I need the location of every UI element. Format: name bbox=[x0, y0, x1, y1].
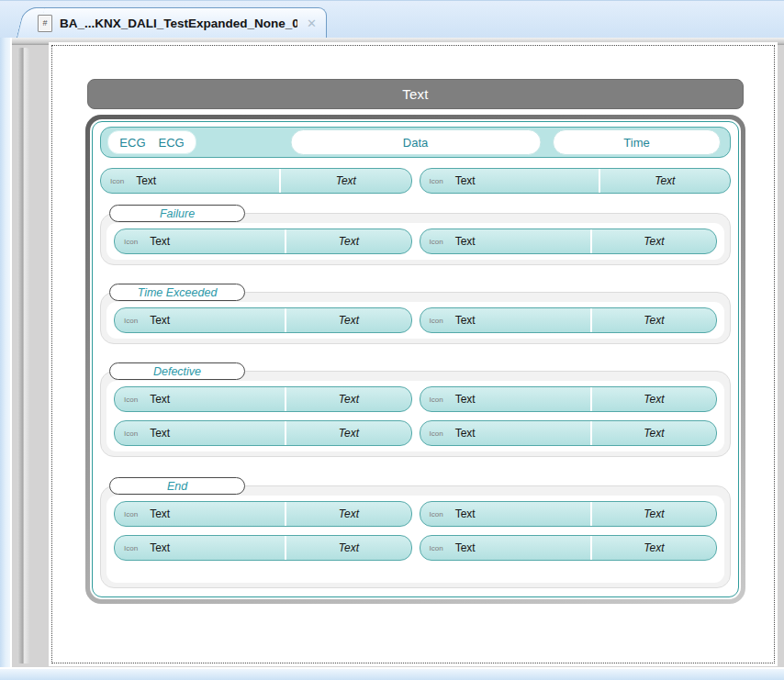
item-left-segment: Icon Text bbox=[115, 536, 285, 560]
item-right-segment: Text bbox=[285, 229, 410, 253]
status-item[interactable]: Icon Text Text bbox=[420, 168, 732, 194]
tab-title: BA_...KNX_DALI_TestExpanded_None_001 bbox=[60, 17, 297, 30]
group-defective-label[interactable]: Defective bbox=[109, 362, 245, 380]
group-failure-label[interactable]: Failure bbox=[109, 205, 245, 222]
item-left-segment: Icon Text bbox=[420, 169, 599, 193]
document-icon-glyph: # bbox=[42, 18, 47, 28]
ecg-label-2: ECG bbox=[159, 136, 185, 150]
group-time-exceeded: Time Exceeded Icon Text bbox=[100, 284, 731, 344]
main-panel-white: ECG ECG Data Time bbox=[90, 119, 741, 599]
ecg-button[interactable]: ECG ECG bbox=[107, 130, 196, 154]
item-right-segment: Text bbox=[590, 421, 716, 445]
document-icon: # bbox=[38, 15, 52, 32]
item-left-segment: Icon Text bbox=[420, 536, 590, 560]
title-bar-label: Text bbox=[402, 86, 428, 102]
item-value: Text bbox=[644, 314, 664, 327]
group-time-exceeded-title: Time Exceeded bbox=[138, 286, 218, 299]
item-left-segment: Icon Text bbox=[420, 308, 590, 332]
data-field[interactable]: Data bbox=[290, 129, 541, 155]
item-name: Text bbox=[150, 314, 170, 327]
item-name: Text bbox=[150, 541, 170, 554]
item-value: Text bbox=[644, 235, 664, 248]
group-defective-box: Icon Text Text bbox=[100, 371, 731, 457]
item-icon-label: Icon bbox=[430, 510, 443, 518]
item-right-segment: Text bbox=[599, 169, 730, 193]
status-item[interactable]: Icon Text Text bbox=[420, 307, 718, 333]
item-right-segment: Text bbox=[590, 229, 716, 253]
main-panel-content: ECG ECG Data Time bbox=[92, 121, 739, 597]
title-bar[interactable]: Text bbox=[87, 79, 744, 109]
status-item[interactable]: Icon Text Text bbox=[420, 386, 718, 412]
status-item[interactable]: Icon Text Text bbox=[420, 420, 718, 446]
group-defective-title: Defective bbox=[153, 365, 201, 378]
group-time-exceeded-label[interactable]: Time Exceeded bbox=[109, 284, 245, 301]
item-row: Icon Text Text bbox=[114, 420, 717, 446]
time-field-label: Time bbox=[623, 136, 649, 150]
item-value: Text bbox=[339, 393, 359, 406]
status-item[interactable]: Icon Text Text bbox=[114, 386, 412, 412]
item-name: Text bbox=[455, 541, 476, 554]
design-page[interactable]: Text ECG ECG Data bbox=[49, 42, 778, 666]
item-name: Text bbox=[136, 174, 156, 187]
close-icon[interactable]: ✕ bbox=[305, 17, 319, 30]
item-value: Text bbox=[339, 507, 359, 520]
item-icon-label: Icon bbox=[124, 510, 138, 518]
item-icon-label: Icon bbox=[430, 544, 443, 552]
time-field[interactable]: Time bbox=[553, 129, 721, 155]
status-item[interactable]: Icon Text Text bbox=[114, 229, 412, 254]
item-right-segment: Text bbox=[590, 387, 716, 411]
item-name: Text bbox=[455, 393, 476, 406]
item-left-segment: Icon Text bbox=[420, 229, 590, 253]
item-left-segment: Icon Text bbox=[115, 502, 285, 526]
item-value: Text bbox=[655, 174, 675, 187]
main-panel: ECG ECG Data Time bbox=[85, 115, 745, 604]
ecg-label-1: ECG bbox=[119, 136, 145, 150]
item-value: Text bbox=[644, 541, 664, 554]
window-frame-left bbox=[0, 38, 12, 680]
status-item[interactable]: Icon Text Text bbox=[114, 420, 412, 446]
item-name: Text bbox=[455, 314, 476, 327]
group-failure-title: Failure bbox=[160, 207, 195, 220]
tab-active[interactable]: # BA_...KNX_DALI_TestExpanded_None_001 ✕ bbox=[28, 7, 327, 38]
group-defective-inner: Icon Text Text bbox=[106, 381, 724, 451]
item-right-segment: Text bbox=[590, 536, 716, 560]
item-right-segment: Text bbox=[285, 502, 410, 526]
item-left-segment: Icon Text bbox=[115, 308, 285, 332]
item-name: Text bbox=[150, 235, 170, 248]
status-item[interactable]: Icon Text Text bbox=[114, 307, 412, 333]
item-icon-label: Icon bbox=[124, 544, 138, 552]
item-name: Text bbox=[455, 235, 476, 248]
item-value: Text bbox=[339, 314, 359, 327]
item-icon-label: Icon bbox=[430, 396, 443, 404]
item-left-segment: Icon Text bbox=[420, 387, 590, 411]
item-left-segment: Icon Text bbox=[115, 229, 285, 253]
status-item[interactable]: Icon Text Text bbox=[420, 501, 718, 527]
item-row: Icon Text Text bbox=[114, 535, 717, 561]
item-name: Text bbox=[455, 174, 476, 187]
group-end: End Icon Text bbox=[100, 477, 731, 588]
item-icon-label: Icon bbox=[430, 238, 443, 246]
item-name: Text bbox=[150, 507, 170, 520]
toolbar-row: ECG ECG Data Time bbox=[100, 127, 731, 158]
item-right-segment: Text bbox=[285, 308, 410, 332]
item-name: Text bbox=[150, 393, 170, 406]
item-value: Text bbox=[339, 541, 359, 554]
group-end-inner: Icon Text Text bbox=[106, 496, 724, 583]
group-failure-inner: Icon Text Text bbox=[106, 223, 724, 260]
status-item[interactable]: Icon Text Text bbox=[420, 229, 718, 254]
status-item[interactable]: Icon Text Text bbox=[420, 535, 718, 561]
design-canvas: Text ECG ECG Data bbox=[12, 38, 784, 667]
item-right-segment: Text bbox=[590, 502, 716, 526]
group-end-label[interactable]: End bbox=[109, 477, 245, 495]
window-frame-bottom bbox=[0, 667, 784, 680]
status-item[interactable]: Icon Text Text bbox=[114, 501, 412, 527]
item-right-segment: Text bbox=[285, 387, 410, 411]
item-row: Icon Text Text bbox=[114, 307, 717, 333]
canvas-left-groove bbox=[17, 48, 29, 663]
item-icon-label: Icon bbox=[124, 396, 138, 404]
status-item[interactable]: Icon Text Text bbox=[114, 535, 412, 561]
item-name: Text bbox=[455, 427, 476, 440]
data-field-label: Data bbox=[403, 136, 428, 150]
status-item[interactable]: Icon Text Text bbox=[100, 168, 412, 194]
item-right-segment: Text bbox=[279, 169, 410, 193]
